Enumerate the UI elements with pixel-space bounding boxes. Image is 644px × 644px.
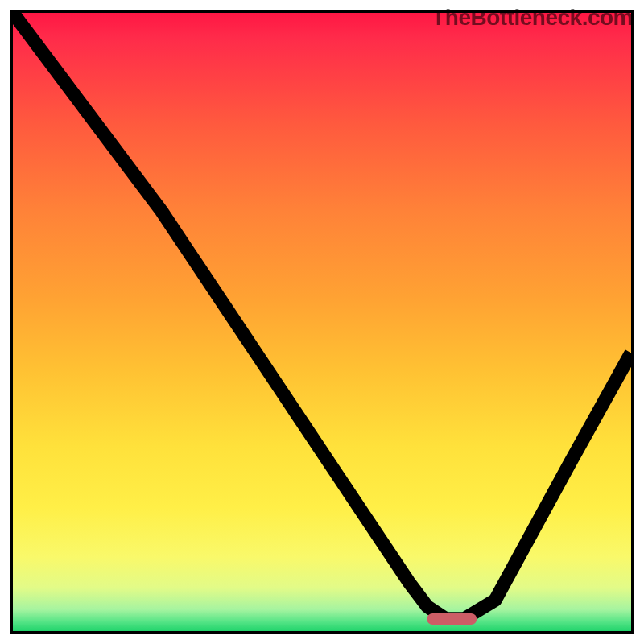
bottleneck-curve	[13, 13, 631, 631]
chart-container: TheBottleneck.com	[0, 0, 644, 644]
optimal-range-marker	[427, 613, 477, 625]
plot-area	[10, 10, 634, 634]
watermark-text: TheBottleneck.com	[431, 5, 633, 31]
